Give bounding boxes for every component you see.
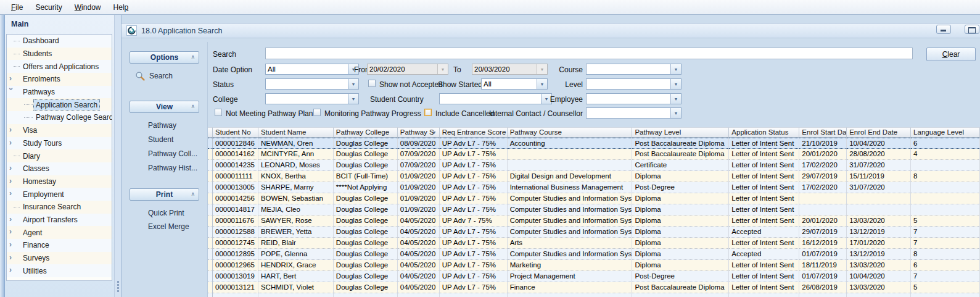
collapse-chevron-icon[interactable]: ∧ <box>191 103 195 109</box>
chevron-down-icon[interactable]: ▼ <box>670 108 681 118</box>
sidebar-splitter[interactable] <box>114 15 121 297</box>
column-header-application-status[interactable]: Application Status <box>729 127 799 138</box>
column-header-enrol-start-date[interactable]: Enrol Start Date <box>799 127 847 138</box>
table-row[interactable]: 0000012846NEWMAN, OrenDouglas College08/… <box>208 138 980 149</box>
table-row[interactable] <box>208 293 980 297</box>
menu-item-help[interactable]: Help <box>107 1 135 14</box>
sidebar-item-utilities[interactable]: ›Utilities <box>7 264 112 277</box>
table-row[interactable]: 0000014162MCINTYRE, AnnDouglas College07… <box>208 149 980 160</box>
sidebar-item-airport-transfers[interactable]: ›Airport Transfers <box>7 214 112 227</box>
sidebar-item-insurance-search[interactable]: Insurance Search <box>7 201 112 214</box>
menu-item-file[interactable]: File <box>5 1 29 14</box>
course-select[interactable]: ▼ <box>586 64 681 75</box>
sidebar-item-students[interactable]: Students <box>7 48 112 61</box>
chevron-right-icon[interactable]: › <box>9 253 15 262</box>
table-row[interactable]: 0000013121SCHMIDT, VioletDouglas College… <box>208 282 980 293</box>
view-pathway-college-item[interactable]: Pathway Coll... <box>148 149 197 158</box>
sidebar-item-enrolments[interactable]: ›Enrolments <box>7 73 112 86</box>
level-select[interactable]: ▼ <box>586 78 681 90</box>
table-row[interactable]: 0000014817MEJIA, CleoDouglas College01/0… <box>208 204 980 215</box>
options-group-header[interactable]: Options ∧ <box>130 51 199 64</box>
from-date-field[interactable]: 20/02/2020 ▼ <box>367 64 448 75</box>
view-pathway-history-item[interactable]: Pathway Hist... <box>148 164 197 172</box>
minimize-button[interactable] <box>936 25 951 34</box>
chevron-right-icon[interactable]: › <box>9 138 15 147</box>
date-option-select[interactable]: All ▼ <box>265 64 359 75</box>
chevron-right-icon[interactable]: › <box>9 266 15 274</box>
menu-item-security[interactable]: Security <box>29 1 68 14</box>
table-row[interactable]: 0000011676SAWYER, RoseDouglas College04/… <box>208 215 980 227</box>
sidebar-item-pathways[interactable]: ›Pathways <box>7 86 112 99</box>
table-row[interactable]: 0000014256BOWEN, SebastianDouglas Colleg… <box>208 193 980 204</box>
chevron-right-icon[interactable]: › <box>9 215 15 224</box>
chevron-down-icon[interactable]: ▼ <box>670 79 681 89</box>
table-row[interactable]: 0000014235LEONARD, MosesDouglas College0… <box>208 160 980 171</box>
table-row[interactable]: 0000012588BREWER, YettaDouglas College04… <box>208 227 980 238</box>
table-row[interactable]: 0000012895POPE, GlennaDouglas College04/… <box>208 249 980 260</box>
sidebar-item-surveys[interactable]: ›Surveys <box>7 252 112 265</box>
sidebar-item-dashboard[interactable]: Dashboard <box>7 35 112 48</box>
collapse-chevron-icon[interactable]: ∧ <box>191 191 195 197</box>
table-cell: Douglas College <box>334 238 398 249</box>
internal-contact-select[interactable]: ▼ <box>586 107 681 119</box>
status-select[interactable]: ▼ <box>265 78 359 90</box>
include-cancelled-checkbox[interactable] <box>424 109 432 116</box>
search-input[interactable] <box>265 48 913 59</box>
view-student-item[interactable]: Student <box>148 135 173 144</box>
show-not-accepted-checkbox[interactable] <box>368 80 376 87</box>
view-pathway-item[interactable]: Pathway <box>148 121 176 130</box>
table-row[interactable]: 0000013005SHARPE, Marny****Not Applying0… <box>208 182 980 193</box>
sidebar-item-study-tours[interactable]: ›Study Tours <box>7 137 112 150</box>
menu-item-window[interactable]: Window <box>68 1 107 14</box>
sidebar-item-homestay[interactable]: ›Homestay <box>7 175 112 188</box>
quick-print-item[interactable]: Quick Print <box>148 209 184 217</box>
chevron-right-icon[interactable]: › <box>9 189 15 198</box>
search-tool-item[interactable]: Search <box>135 71 173 81</box>
chevron-down-icon[interactable]: ▼ <box>348 79 358 89</box>
chevron-down-icon[interactable]: ▼ <box>670 64 681 74</box>
print-group-header[interactable]: Print ∧ <box>130 188 199 201</box>
from-date-value: 20/02/2020 <box>369 65 405 73</box>
chevron-right-icon[interactable]: › <box>9 74 15 83</box>
table-row[interactable]: 0000012965HENDRIX, GraceDouglas College0… <box>208 260 980 271</box>
sidebar-item-classes[interactable]: ›Classes <box>7 162 112 175</box>
column-header-req-entrance-score[interactable]: Req Entrance Score <box>440 127 508 138</box>
column-header-language-level[interactable]: Language Level <box>911 127 980 138</box>
excel-merge-item[interactable]: Excel Merge <box>148 222 189 231</box>
clear-button[interactable]: Clear <box>926 48 976 61</box>
college-select[interactable]: ▼ <box>265 93 359 104</box>
chevron-down-icon[interactable]: › <box>7 88 15 94</box>
column-header-pathway-college[interactable]: Pathway College <box>334 127 398 138</box>
chevron-right-icon[interactable]: › <box>9 164 15 172</box>
chevron-down-icon[interactable]: ▼ <box>670 94 681 104</box>
column-header-student-no[interactable]: Student No <box>213 127 258 138</box>
chevron-right-icon[interactable]: › <box>9 227 15 236</box>
collapsed-panel-strip[interactable] <box>0 15 5 297</box>
maximize-button[interactable] <box>965 25 979 34</box>
monitoring-pathway-progress-checkbox[interactable] <box>313 109 321 116</box>
employee-select[interactable]: ▼ <box>586 93 681 104</box>
chevron-right-icon[interactable]: › <box>9 177 15 185</box>
table-row[interactable]: 0000013019HART, BertDouglas College04/05… <box>208 271 980 282</box>
column-header-pathway-level[interactable]: Pathway Level <box>632 127 729 138</box>
not-meeting-pathway-plan-checkbox[interactable] <box>215 109 222 116</box>
sidebar-item-finance[interactable]: ›Finance <box>7 239 112 252</box>
sidebar-item-employment[interactable]: ›Employment <box>7 188 112 201</box>
chevron-right-icon[interactable]: › <box>9 240 15 249</box>
sidebar-item-visa[interactable]: ›Visa <box>7 124 112 137</box>
chevron-down-icon[interactable]: ▼ <box>348 94 358 104</box>
sidebar-item-diary[interactable]: Diary <box>7 149 112 162</box>
chevron-right-icon[interactable]: › <box>9 125 15 134</box>
sidebar-item-agent[interactable]: ›Agent <box>7 226 112 239</box>
column-header-enrol-end-date[interactable]: Enrol End Date <box>847 127 911 138</box>
sidebar-item-pathway-college-search[interactable]: Pathway College Search <box>7 111 112 124</box>
column-header-pathway-course[interactable]: Pathway Course <box>508 127 633 138</box>
view-group-header[interactable]: View ∧ <box>130 101 199 113</box>
column-header-pathway-s[interactable]: Pathway S▼ <box>398 127 440 138</box>
collapse-chevron-icon[interactable]: ∧ <box>191 54 195 60</box>
table-row[interactable]: 0000012745REID, BlairDouglas College04/0… <box>208 238 980 249</box>
table-row[interactable]: 0000011111KNOX, BerthaBCIT (Full-Time)01… <box>208 171 980 182</box>
column-header-student-name[interactable]: Student Name <box>258 127 334 138</box>
sidebar-item-application-search[interactable]: Application Search <box>7 98 112 111</box>
sidebar-item-offers-and-applications[interactable]: Offers and Applications <box>7 60 112 73</box>
